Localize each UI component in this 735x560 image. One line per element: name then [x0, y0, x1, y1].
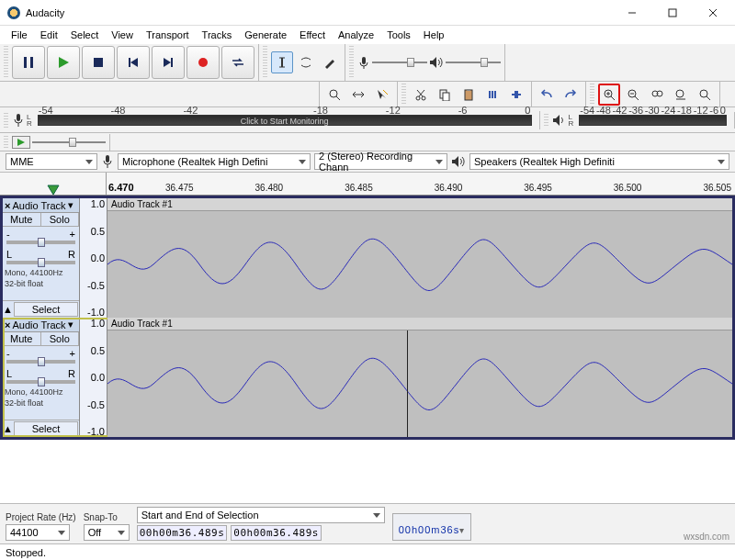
- gain-slider[interactable]: -+: [3, 346, 79, 366]
- svg-rect-30: [467, 89, 470, 91]
- svg-marker-17: [430, 57, 436, 68]
- collapse-icon[interactable]: ▲: [3, 304, 13, 315]
- trim-icon[interactable]: [481, 84, 503, 106]
- svg-marker-52: [553, 115, 560, 126]
- svg-marker-10: [164, 58, 171, 67]
- track-close-icon[interactable]: ×: [5, 319, 10, 330]
- record-channels-dropdown[interactable]: 2 (Stereo) Recording Chann: [314, 153, 447, 170]
- waveform-display[interactable]: Audio Track #1: [107, 318, 732, 437]
- record-button[interactable]: [187, 46, 220, 79]
- selection-start-field[interactable]: 00h00m36.489s: [137, 525, 228, 541]
- play-meter-speaker-icon[interactable]: [552, 114, 567, 127]
- svg-line-22: [383, 90, 388, 95]
- close-button[interactable]: [693, 1, 733, 25]
- svg-line-39: [611, 96, 615, 100]
- selection-mode-dropdown[interactable]: Start and End of Selection: [137, 507, 385, 523]
- waveform-display[interactable]: Audio Track #1: [107, 198, 732, 318]
- menu-analyze[interactable]: Analyze: [333, 28, 379, 42]
- fit-selection-icon[interactable]: [646, 84, 668, 106]
- envelope-tool-icon[interactable]: [295, 51, 317, 73]
- copy-icon[interactable]: [434, 84, 456, 106]
- stop-button[interactable]: [82, 46, 115, 79]
- pause-button[interactable]: [12, 46, 45, 79]
- speaker-icon: [429, 56, 444, 69]
- svg-marker-6: [59, 57, 69, 68]
- mute-button[interactable]: Mute: [3, 213, 41, 226]
- multi-tool-icon[interactable]: [371, 84, 393, 106]
- skip-start-button[interactable]: [117, 46, 150, 79]
- menu-transport[interactable]: Transport: [141, 28, 195, 42]
- minimize-button[interactable]: [612, 1, 652, 25]
- solo-button[interactable]: Solo: [41, 213, 80, 226]
- menu-help[interactable]: Help: [418, 28, 450, 42]
- play-speed-slider[interactable]: [32, 138, 106, 147]
- solo-button[interactable]: Solo: [41, 332, 80, 345]
- titlebar: Audacity: [0, 0, 735, 26]
- svg-rect-11: [171, 58, 173, 67]
- redo-icon[interactable]: [560, 84, 582, 106]
- menu-effect[interactable]: Effect: [294, 28, 331, 42]
- svg-line-19: [336, 96, 340, 100]
- track-control-panel[interactable]: ×Audio Track▾ MuteSolo -+ LR Mono, 44100…: [3, 198, 80, 318]
- play-button[interactable]: [47, 46, 80, 79]
- pan-slider[interactable]: LR: [3, 366, 79, 386]
- mute-button[interactable]: Mute: [3, 332, 41, 345]
- record-device-dropdown[interactable]: Microphone (Realtek High Defini: [118, 153, 311, 170]
- skip-end-button[interactable]: [152, 46, 185, 79]
- speaker-device-icon: [451, 155, 466, 168]
- menu-tools[interactable]: Tools: [381, 28, 416, 42]
- play-at-speed-button[interactable]: [12, 136, 30, 149]
- menu-file[interactable]: File: [6, 28, 33, 42]
- selection-end-field[interactable]: 00h00m36.489s: [231, 525, 322, 541]
- timeshift-tool-icon[interactable]: [347, 84, 369, 106]
- loop-button[interactable]: [221, 46, 254, 79]
- selection-tool-icon[interactable]: [271, 51, 293, 73]
- mic-icon: [357, 56, 370, 69]
- record-meter-mic-icon[interactable]: [12, 113, 25, 128]
- track-select-button[interactable]: Select: [14, 421, 78, 436]
- pan-slider[interactable]: LR: [3, 247, 79, 267]
- cut-icon[interactable]: [410, 84, 432, 106]
- menu-view[interactable]: View: [106, 28, 139, 42]
- track-menu-icon[interactable]: ▾: [68, 199, 74, 211]
- collapse-icon[interactable]: ▲: [3, 423, 13, 434]
- zoom-out-icon[interactable]: [622, 84, 644, 106]
- fit-project-icon[interactable]: [670, 84, 692, 106]
- menu-tracks[interactable]: Tracks: [197, 28, 238, 42]
- svg-point-24: [422, 96, 425, 100]
- record-volume-slider[interactable]: [372, 58, 427, 67]
- zoom-tool-icon[interactable]: [323, 84, 345, 106]
- menubar: File Edit Select View Transport Tracks G…: [0, 26, 735, 44]
- mic-device-icon: [101, 154, 114, 169]
- svg-marker-9: [130, 58, 138, 67]
- svg-line-43: [635, 96, 639, 100]
- track-control-panel[interactable]: ×Audio Track▾ MuteSolo -+ LR Mono, 44100…: [3, 318, 80, 437]
- gain-slider[interactable]: -+: [3, 227, 79, 247]
- audio-position-display[interactable]: 00h00m36s▾: [392, 513, 472, 541]
- playback-device-dropdown[interactable]: Speakers (Realtek High Definiti: [469, 153, 729, 170]
- snap-to-dropdown[interactable]: Off: [84, 524, 130, 541]
- track-area: ×Audio Track▾ MuteSolo -+ LR Mono, 44100…: [0, 196, 735, 440]
- track-select-button[interactable]: Select: [14, 302, 78, 317]
- zoom-toggle-icon[interactable]: [694, 84, 716, 106]
- undo-icon[interactable]: [536, 84, 558, 106]
- timeline[interactable]: 6.470 36.47536.48036.48536.49036.49536.5…: [0, 173, 735, 196]
- track-menu-icon[interactable]: ▾: [68, 319, 74, 330]
- svg-point-18: [330, 90, 337, 97]
- record-meter[interactable]: Click to Start Monitoring -54-48-42-18-1…: [38, 115, 532, 126]
- silence-icon[interactable]: [505, 84, 527, 106]
- menu-select[interactable]: Select: [65, 28, 105, 42]
- draw-tool-icon[interactable]: [319, 51, 341, 73]
- maximize-button[interactable]: [652, 1, 693, 25]
- playback-volume-slider[interactable]: [446, 58, 501, 67]
- track-close-icon[interactable]: ×: [5, 200, 10, 211]
- menu-edit[interactable]: Edit: [35, 28, 63, 42]
- status-bar: Stopped.: [0, 543, 735, 560]
- menu-generate[interactable]: Generate: [239, 28, 292, 42]
- app-title: Audacity: [26, 7, 612, 18]
- playback-meter[interactable]: -54-48-42-36-30-24-18-12-60: [579, 115, 727, 126]
- audio-host-dropdown[interactable]: MME: [6, 153, 97, 170]
- zoom-in-icon[interactable]: [598, 84, 620, 106]
- paste-icon[interactable]: [458, 84, 480, 106]
- project-rate-dropdown[interactable]: 44100: [6, 524, 70, 541]
